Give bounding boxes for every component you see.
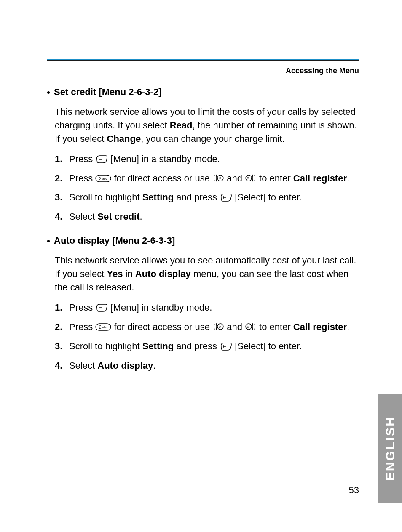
text: and — [227, 322, 245, 332]
svg-text:D: D — [247, 325, 249, 328]
text: to enter — [259, 322, 293, 332]
text: [Select] to enter. — [235, 192, 302, 202]
text: and press — [174, 192, 220, 202]
text: Press — [69, 173, 95, 184]
rocker-right-icon: D — [245, 173, 257, 182]
auto-display-title: Auto display [Menu 2-6-3-3] — [54, 235, 175, 246]
text: to enter — [259, 173, 293, 184]
step-body: Scroll to highlight Setting and press [S… — [69, 340, 359, 353]
language-tab-label: ENGLISH — [383, 416, 397, 481]
text: in — [123, 269, 135, 279]
set-credit-title: Set credit [Menu 2-6-3-2] — [54, 87, 162, 98]
set-credit-steps: 1. Press [Menu] in a standby mode. 2. Pr… — [55, 152, 359, 224]
left-softkey-icon — [220, 341, 232, 350]
step-number: 3. — [55, 340, 69, 353]
section-header: Accessing the Menu — [286, 66, 359, 75]
svg-text:2: 2 — [99, 176, 102, 181]
step-1: 1. Press [Menu] in a standby mode. — [55, 152, 359, 166]
auto-display-paragraph: This network service allows you to see a… — [55, 254, 359, 294]
text: [Select] to enter. — [235, 341, 302, 351]
text: [Menu] in standby mode. — [110, 302, 212, 313]
bold-read: Read — [170, 120, 193, 130]
text: Press — [69, 322, 95, 332]
content-area: Set credit [Menu 2-6-3-2] This network s… — [47, 85, 359, 378]
step-1: 1. Press [Menu] in standby mode. — [55, 301, 359, 314]
rocker-left-icon: U — [212, 173, 224, 182]
text: and — [227, 173, 245, 184]
step-2: 2. Press 2abc for direct access or use U… — [55, 320, 359, 334]
text: Press — [69, 302, 95, 313]
set-credit-paragraph: This network service allows you to limit… — [55, 105, 359, 146]
step-number: 3. — [55, 191, 69, 204]
left-softkey-icon — [95, 154, 108, 162]
step-3: 3. Scroll to highlight Setting and press… — [55, 340, 359, 353]
left-softkey-icon — [95, 302, 108, 311]
text: . — [347, 322, 349, 332]
step-body: Scroll to highlight Setting and press [S… — [69, 191, 359, 204]
step-4: 4. Select Set credit. — [55, 210, 359, 223]
svg-text:D: D — [247, 177, 249, 180]
svg-text:abc: abc — [102, 326, 107, 329]
bold-set-credit: Set credit — [97, 211, 139, 222]
text: , you can change your charge limit. — [141, 133, 284, 144]
bold-call-register: Call register — [293, 322, 347, 332]
text: and press — [174, 341, 220, 351]
step-number: 2. — [55, 172, 69, 185]
step-body: Select Set credit. — [69, 210, 359, 223]
section-set-credit: Set credit [Menu 2-6-3-2] — [47, 87, 359, 98]
bold-setting: Setting — [142, 341, 174, 351]
rocker-left-icon: U — [212, 322, 224, 331]
text: [Menu] in a standby mode. — [110, 154, 220, 164]
step-number: 1. — [55, 152, 69, 166]
text: for direct access or use — [114, 322, 212, 332]
auto-display-steps: 1. Press [Menu] in standby mode. 2. Pres… — [55, 301, 359, 372]
step-body: Press [Menu] in a standby mode. — [69, 152, 359, 166]
text: Scroll to highlight — [69, 192, 142, 202]
step-4: 4. Select Auto display. — [55, 359, 359, 372]
text: Select — [69, 360, 97, 371]
svg-text:U: U — [219, 325, 221, 328]
step-number: 4. — [55, 210, 69, 223]
bold-change: Change — [107, 133, 141, 144]
manual-page: Accessing the Menu Set credit [Menu 2-6-… — [0, 0, 402, 532]
bold-auto-display: Auto display — [97, 360, 153, 371]
section-auto-display-wrapper: Auto display [Menu 2-6-3-3] This network… — [47, 235, 359, 372]
bold-setting: Setting — [142, 192, 174, 202]
bullet-icon — [47, 91, 50, 94]
rocker-right-icon: D — [245, 322, 257, 331]
text: Scroll to highlight — [69, 341, 142, 351]
bold-call-register: Call register — [293, 173, 347, 184]
section-auto-display: Auto display [Menu 2-6-3-3] — [47, 235, 359, 246]
text: for direct access or use — [114, 173, 212, 184]
key-2abc-icon: 2abc — [95, 173, 111, 181]
svg-text:U: U — [219, 177, 221, 180]
text: Press — [69, 154, 95, 164]
step-number: 2. — [55, 320, 69, 334]
step-body: Select Auto display. — [69, 359, 359, 372]
text: . — [347, 173, 349, 184]
step-body: Press 2abc for direct access or use U an… — [69, 320, 359, 334]
svg-text:2: 2 — [99, 325, 102, 330]
text: . — [153, 360, 155, 371]
step-3: 3. Scroll to highlight Setting and press… — [55, 191, 359, 204]
page-number: 53 — [349, 485, 359, 496]
header-rule — [47, 60, 359, 61]
text: . — [140, 211, 142, 222]
left-softkey-icon — [220, 192, 232, 201]
bold-yes: Yes — [107, 269, 123, 279]
text: Select — [69, 211, 97, 222]
bold-auto-display: Auto display — [135, 269, 191, 279]
svg-text:abc: abc — [102, 177, 107, 180]
step-number: 1. — [55, 301, 69, 314]
language-tab: ENGLISH — [378, 394, 402, 503]
step-body: Press [Menu] in standby mode. — [69, 301, 359, 314]
key-2abc-icon: 2abc — [95, 322, 111, 330]
bullet-icon — [47, 240, 50, 242]
step-2: 2. Press 2abc for direct access or use U… — [55, 172, 359, 185]
step-number: 4. — [55, 359, 69, 372]
step-body: Press 2abc for direct access or use U an… — [69, 172, 359, 185]
